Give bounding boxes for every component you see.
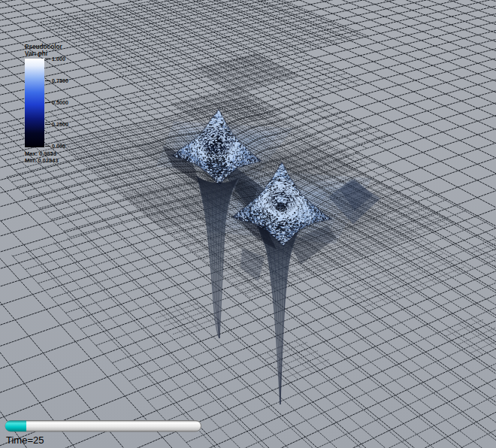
svg-text:0.7500: 0.7500 [52, 77, 68, 84]
svg-text:Max: 0.9853: Max: 0.9853 [25, 150, 56, 157]
svg-text:0.5000: 0.5000 [52, 99, 68, 106]
svg-text:0.2500: 0.2500 [52, 121, 68, 128]
svg-text:Min: 0.02343: Min: 0.02343 [25, 157, 59, 164]
svg-text:1.000: 1.000 [52, 56, 65, 62]
svg-text:Var: phi: Var: phi [25, 50, 47, 57]
svg-text:Time=25: Time=25 [6, 434, 44, 446]
svg-text:Pseudocolor: Pseudocolor [25, 44, 62, 50]
svg-text:0.000: 0.000 [52, 143, 65, 150]
